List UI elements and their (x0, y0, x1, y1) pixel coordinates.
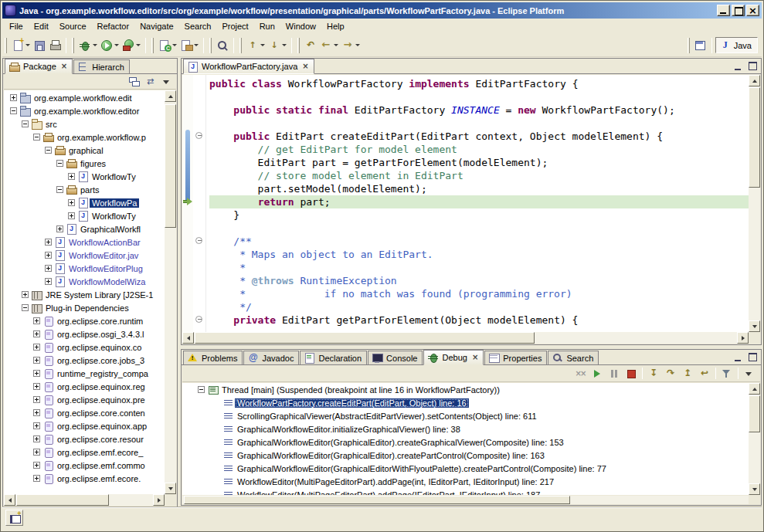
expand-icon[interactable] (33, 422, 40, 429)
tree-item-workflowty[interactable]: WorkflowTy (4, 170, 165, 183)
code-line[interactable]: public EditPart createEditPart(EditPart … (209, 130, 749, 143)
expand-icon[interactable] (56, 225, 63, 232)
code-line[interactable]: EditPart part = getPartForElement(modelE… (209, 156, 749, 169)
scroll-right-button[interactable] (737, 332, 749, 344)
tab-search[interactable]: Search (548, 351, 599, 364)
menu-project[interactable]: Project (216, 20, 253, 32)
minimize-button[interactable] (717, 5, 730, 16)
collapse-icon[interactable] (33, 134, 40, 141)
stack-frame-row[interactable]: WorkflowPartFactory.createEditPart(EditP… (182, 396, 749, 409)
tree-item-org-eclipse-emf-ecore[interactable]: org.eclipse.emf.ecore. (4, 472, 165, 485)
scroll-thumb[interactable] (195, 332, 535, 344)
toolbar-grip[interactable] (239, 38, 242, 53)
last-edit-location-button[interactable] (303, 37, 318, 54)
view-menu-button[interactable] (742, 367, 757, 381)
drop-to-frame-button[interactable] (697, 367, 712, 381)
scroll-up-button[interactable] (165, 90, 176, 102)
fold-collapse-icon[interactable] (195, 316, 202, 323)
close-icon[interactable]: × (61, 63, 67, 70)
debug-vscrollbar[interactable] (749, 383, 760, 495)
menu-refactor[interactable]: Refactor (92, 20, 135, 32)
code-line[interactable]: * @throws RuntimeException (209, 274, 749, 287)
scroll-right-button[interactable] (153, 494, 165, 506)
scroll-left-button[interactable] (4, 494, 15, 506)
expand-icon[interactable] (33, 317, 40, 324)
next-annotation-button[interactable] (267, 37, 288, 54)
debug-stack-tree[interactable]: Thread [main] (Suspended (breakpoint at … (182, 383, 749, 495)
tree-item-org-eclipse-core-resour[interactable]: org.eclipse.core.resour (4, 432, 165, 446)
titlebar[interactable]: Java - org.example.workflow.editor/src/o… (2, 2, 762, 19)
close-icon[interactable]: × (472, 354, 478, 361)
expand-icon[interactable] (68, 173, 75, 180)
menu-navigate[interactable]: Navigate (134, 20, 178, 32)
tree-item-workflowty[interactable]: WorkflowTy (4, 209, 165, 222)
code-line[interactable]: * Maps an object to an EditPart. (209, 248, 749, 261)
tree-item-parts[interactable]: parts (4, 183, 165, 196)
collapse-icon[interactable] (56, 186, 63, 193)
expand-icon[interactable] (33, 330, 40, 337)
tree-item-org-eclipse-equinox-reg[interactable]: org.eclipse.equinox.reg (4, 380, 165, 393)
code-line[interactable]: /** (209, 235, 749, 248)
new-wizard-button[interactable] (10, 37, 32, 54)
scroll-down-button[interactable] (749, 320, 760, 332)
expand-icon[interactable] (33, 344, 40, 351)
maximize-view-button[interactable] (745, 351, 759, 364)
tree-item-figures[interactable]: figures (4, 157, 165, 170)
scroll-thumb[interactable] (16, 494, 109, 506)
tree-item-org-eclipse-equinox-app[interactable]: org.eclipse.equinox.app (4, 419, 165, 432)
scroll-thumb[interactable] (749, 87, 760, 188)
expand-icon[interactable] (45, 278, 52, 285)
expand-icon[interactable] (33, 370, 40, 377)
tree-item-workflowactionbar[interactable]: WorkflowActionBar (4, 236, 165, 249)
menu-help[interactable]: Help (321, 20, 350, 32)
tab-hierarch[interactable]: Hierarch (73, 59, 130, 73)
code-line[interactable]: // store model element in EditPart (209, 169, 749, 182)
tab-debug[interactable]: Debug× (423, 350, 484, 365)
expand-icon[interactable] (45, 239, 52, 246)
tree-item-org-eclipse-emf-ecore[interactable]: org.eclipse.emf.ecore_ (4, 446, 165, 459)
collapse-icon[interactable] (56, 160, 63, 167)
folding-ruler[interactable] (193, 75, 206, 332)
forward-button[interactable] (340, 37, 362, 54)
back-button[interactable] (318, 37, 340, 54)
tree-item-org-eclipse-core-runtim[interactable]: org.eclipse.core.runtim (4, 314, 165, 327)
marker-ruler[interactable] (182, 75, 193, 332)
package-tree[interactable]: org.example.workflow.editorg.example.wor… (4, 91, 165, 494)
run-button[interactable] (99, 37, 121, 54)
code-line[interactable]: return part; (209, 195, 749, 208)
code-line[interactable] (209, 222, 749, 235)
tree-item-org-eclipse-core-jobs-3[interactable]: org.eclipse.core.jobs_3 (4, 354, 165, 367)
tree-item-runtime-registry-compa[interactable]: runtime_registry_compa (4, 367, 165, 380)
collapse-icon[interactable] (198, 386, 205, 393)
code-line[interactable]: */ (209, 300, 749, 313)
tree-item-workfloweditorplug[interactable]: WorkflowEditorPlug (4, 262, 165, 275)
tree-item-workfloweditor-jav[interactable]: WorkflowEditor.jav (4, 249, 165, 262)
stack-frame-row[interactable]: GraphicalWorkflowEditor.initializeGraphi… (182, 422, 749, 435)
toolbar-grip[interactable] (5, 38, 7, 53)
expand-icon[interactable] (33, 357, 40, 364)
code-line[interactable]: // get EditPart for model element (209, 143, 749, 156)
collapse-icon[interactable] (45, 147, 52, 154)
open-type-button[interactable] (215, 37, 230, 54)
editor-vscrollbar[interactable] (749, 75, 760, 332)
code-editor[interactable]: public class WorkflowPartFactory impleme… (182, 75, 749, 332)
link-with-editor-button[interactable] (143, 75, 158, 88)
scroll-thumb[interactable] (184, 496, 570, 504)
tree-item-graphicalworkfl[interactable]: GraphicalWorkfl (4, 222, 165, 236)
expand-icon[interactable] (33, 462, 40, 469)
expand-icon[interactable] (33, 383, 40, 390)
toolbar-grip[interactable] (151, 38, 154, 53)
save-button[interactable] (32, 37, 47, 54)
suspend-button[interactable] (606, 367, 622, 381)
tree-item-jre-system-library-j2se-1[interactable]: JRE System Library [J2SE-1 (4, 288, 165, 301)
tree-item-org-example-workflow-edit[interactable]: org.example.workflow.edit (4, 91, 165, 104)
stack-frame-row[interactable]: WorkflowEditor(MultiPageEditorPart).addP… (182, 475, 749, 488)
tree-item-graphical[interactable]: graphical (4, 144, 165, 157)
scroll-down-button[interactable] (749, 483, 760, 495)
tree-item-src[interactable]: src (4, 117, 165, 130)
stack-frame-row[interactable]: GraphicalWorkflowEditor(GraphicalEditor)… (182, 449, 749, 462)
expand-icon[interactable] (10, 94, 17, 101)
tree-item-workflowpa[interactable]: WorkflowPa (4, 196, 165, 209)
toolbar-grip[interactable] (688, 38, 690, 53)
code-text[interactable]: public class WorkflowPartFactory impleme… (206, 75, 749, 332)
